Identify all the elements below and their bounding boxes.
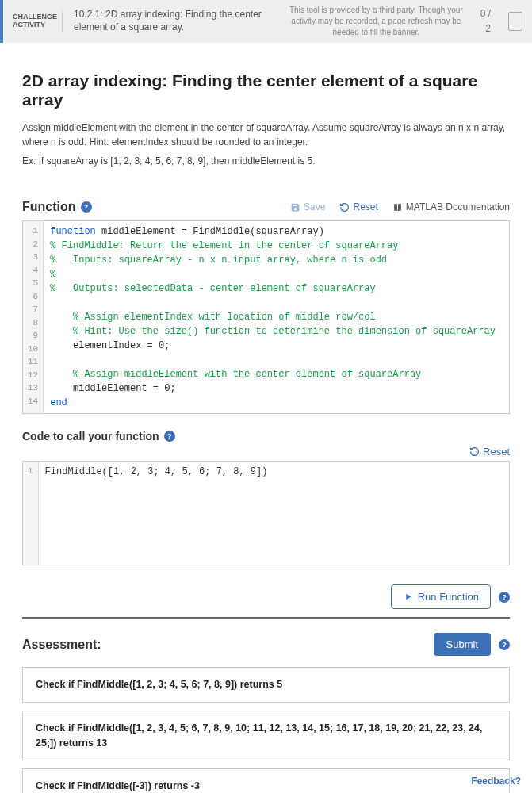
save-icon xyxy=(290,202,300,213)
help-icon[interactable]: ? xyxy=(164,431,175,442)
challenge-label: CHALLENGE ACTIVITY xyxy=(13,13,51,29)
call-toolbar: Reset xyxy=(22,446,510,458)
call-editor[interactable]: 1 FindMiddle([1, 2, 3; 4, 5, 6; 7, 8, 9]… xyxy=(22,461,510,565)
help-icon[interactable]: ? xyxy=(499,639,510,650)
description-2: Ex: If squareArray is [1, 2, 3; 4, 5, 6;… xyxy=(22,154,510,168)
function-header: Function ? Save Reset MATLAB Documentati… xyxy=(22,200,510,214)
function-title: Function xyxy=(22,200,76,214)
third-party-note: This tool is provided by a third party. … xyxy=(283,5,469,38)
reset-button[interactable]: Reset xyxy=(339,201,377,213)
function-code[interactable]: function middleElement = FindMiddle(squa… xyxy=(44,221,509,413)
function-toolbar: Save Reset MATLAB Documentation xyxy=(290,201,510,213)
assessment-check: Check if FindMiddle([-3]) returns -3 xyxy=(22,768,510,793)
call-title: Code to call your function xyxy=(22,430,159,442)
function-editor[interactable]: 1234567891011121314 function middleEleme… xyxy=(22,220,510,414)
reset-label: Reset xyxy=(353,201,377,213)
score-top: 0 / xyxy=(480,6,491,21)
call-header: Code to call your function ? xyxy=(22,430,510,442)
assessment-check: Check if FindMiddle([1, 2, 3, 4, 5; 6, 7… xyxy=(22,711,510,761)
docs-label: MATLAB Documentation xyxy=(406,201,510,213)
help-icon[interactable]: ? xyxy=(81,201,92,213)
run-button[interactable]: Run Function xyxy=(391,584,491,609)
save-label: Save xyxy=(304,201,325,213)
assessment-title: Assessment: xyxy=(22,638,101,652)
divider xyxy=(62,10,63,33)
assessment-header: Assessment: Submit ? xyxy=(22,633,510,656)
section-divider xyxy=(22,617,510,619)
call-gutter: 1 xyxy=(23,462,39,565)
main-content: 2D array indexing: Finding the center el… xyxy=(0,43,532,793)
bookmark-icon[interactable] xyxy=(508,12,522,31)
call-code[interactable]: FindMiddle([1, 2, 3; 4, 5, 6; 7, 8, 9]) xyxy=(39,462,509,565)
run-row: Run Function ? xyxy=(22,584,510,609)
help-icon[interactable]: ? xyxy=(499,592,510,603)
score-bottom: 2 xyxy=(480,21,491,36)
score: 0 / 2 xyxy=(480,6,497,36)
assessment-check: Check if FindMiddle([1, 2, 3; 4, 5, 6; 7… xyxy=(22,667,510,703)
activity-banner: CHALLENGE ACTIVITY 10.2.1: 2D array inde… xyxy=(0,0,532,43)
play-icon xyxy=(403,592,413,602)
run-label: Run Function xyxy=(418,591,479,603)
docs-button[interactable]: MATLAB Documentation xyxy=(392,201,510,213)
book-icon xyxy=(392,202,403,213)
save-button[interactable]: Save xyxy=(290,201,325,213)
call-reset-label: Reset xyxy=(483,446,510,458)
activity-title: 10.2.1: 2D array indexing: Finding the c… xyxy=(74,9,272,33)
reset-icon xyxy=(339,202,350,213)
function-gutter: 1234567891011121314 xyxy=(23,221,44,413)
call-reset-button[interactable]: Reset xyxy=(469,446,510,458)
reset-icon xyxy=(469,446,480,457)
submit-button[interactable]: Submit xyxy=(434,633,491,656)
page-title: 2D array indexing: Finding the center el… xyxy=(22,71,510,109)
description-1: Assign middleElement with the element in… xyxy=(22,121,510,149)
feedback-link[interactable]: Feedback? xyxy=(471,776,521,787)
challenge-label-2: ACTIVITY xyxy=(13,21,51,29)
function-title-row: Function ? xyxy=(22,200,92,214)
